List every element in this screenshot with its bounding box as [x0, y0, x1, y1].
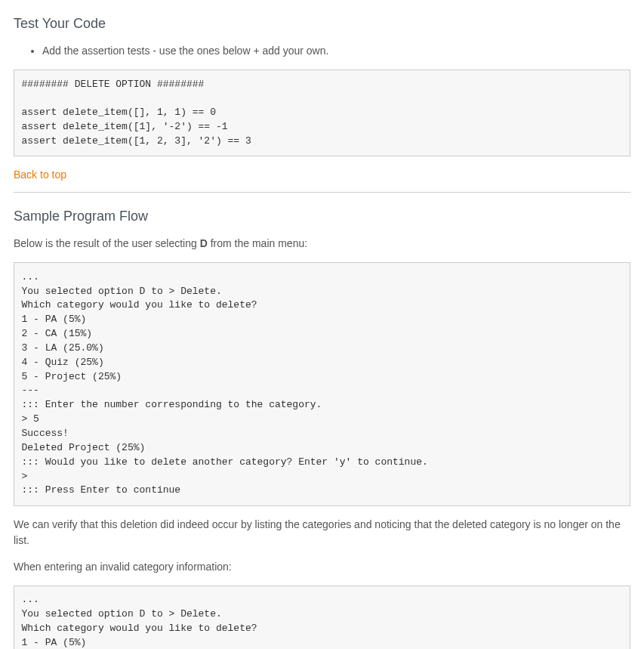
intro-text-post: from the main menu: — [208, 237, 307, 249]
section-divider — [14, 192, 630, 193]
intro-text-pre: Below is the result of the user selectin… — [14, 237, 200, 249]
assertion-bullet-item: Add the assertion tests - use the ones b… — [42, 43, 630, 59]
invalid-entry-text: When entering an invalid category inform… — [14, 559, 630, 575]
delete-option-code-block: ######## DELETE OPTION ######## assert d… — [14, 70, 630, 156]
verify-deletion-text: We can verify that this deletion did ind… — [14, 517, 630, 549]
sample-flow-code-1: ... You selected option D to > Delete. W… — [14, 262, 630, 506]
sample-flow-code-2: ... You selected option D to > Delete. W… — [14, 586, 630, 649]
test-your-code-heading: Test Your Code — [14, 14, 630, 34]
sample-flow-heading: Sample Program Flow — [14, 206, 630, 227]
sample-flow-intro: Below is the result of the user selectin… — [14, 236, 630, 252]
intro-bold-D: D — [200, 237, 208, 249]
assertion-bullet-list: Add the assertion tests - use the ones b… — [14, 43, 630, 59]
back-to-top-link[interactable]: Back to top — [14, 167, 66, 183]
